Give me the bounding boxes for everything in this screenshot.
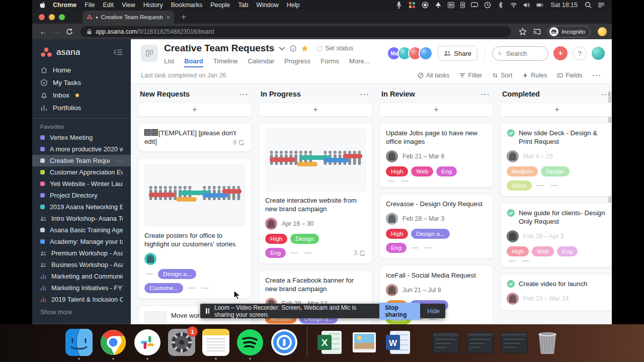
dock-app-window[interactable] xyxy=(466,332,494,353)
add-task-button[interactable]: + xyxy=(138,103,252,117)
completed-check-icon[interactable] xyxy=(507,209,515,217)
menu-help[interactable]: Help xyxy=(287,2,300,9)
forward-button[interactable]: → xyxy=(50,26,62,38)
menu-history[interactable]: History xyxy=(143,2,163,9)
add-task-button[interactable]: + xyxy=(259,103,372,117)
chevron-down-icon[interactable] xyxy=(279,45,285,52)
assignee-avatar[interactable] xyxy=(265,218,277,230)
extension-avatar[interactable] xyxy=(598,27,607,36)
share-button[interactable]: Share xyxy=(438,46,477,61)
tag-web[interactable]: Web xyxy=(532,246,554,256)
notification-center-icon[interactable] xyxy=(598,2,605,9)
task-card[interactable]: New guide for clients- Design Only Reque… xyxy=(500,203,612,267)
fav-more-icon[interactable]: ··· xyxy=(115,157,123,164)
favorite-star-icon[interactable] xyxy=(301,45,308,52)
dock-word[interactable]: W xyxy=(385,329,412,356)
tag-web[interactable]: Web xyxy=(411,166,433,176)
column-more-icon[interactable]: ··· xyxy=(481,90,491,98)
assignee-avatar[interactable] xyxy=(386,284,398,296)
menu-clock[interactable]: Sat 18:15 xyxy=(550,2,578,9)
task-card[interactable]: Crevasse - Design Only RequestFeb 28 – M… xyxy=(379,194,493,259)
sidebar-item-portfolios[interactable]: Portfolios xyxy=(32,102,131,114)
spotlight-search-icon[interactable] xyxy=(585,2,592,9)
back-button[interactable]: ← xyxy=(37,26,49,38)
tag-sales[interactable]: Sales xyxy=(507,180,532,191)
reload-button[interactable] xyxy=(63,26,75,38)
dock-1password[interactable] xyxy=(271,329,298,356)
sidebar-fav-asana-basic-training-agenda[interactable]: Asana Basic Training Agenda xyxy=(32,224,131,236)
menu-file[interactable]: File xyxy=(85,2,95,9)
task-card[interactable]: New slide Deck - Design & Print RequestM… xyxy=(500,123,612,197)
dock-system-preferences[interactable]: 1 xyxy=(168,329,195,356)
cast-icon[interactable] xyxy=(533,28,541,36)
tab-timeline[interactable]: Timeline xyxy=(213,57,238,67)
toolbar-fields[interactable]: Fields xyxy=(557,72,582,79)
menu-app-name[interactable]: Chrome xyxy=(53,2,76,9)
shield-s-menu-icon[interactable]: S xyxy=(460,2,465,8)
sidebar-fav-yeti-website-winter-laun[interactable]: Yeti Website - Winter Laun... xyxy=(32,178,131,190)
dock-photos[interactable] xyxy=(351,329,378,356)
bluetooth-icon[interactable] xyxy=(497,2,504,9)
stop-sharing-button[interactable]: Stop sharing xyxy=(379,303,420,320)
sidebar-fav-project-directory[interactable]: Project Directory xyxy=(32,190,131,201)
dock-app-window[interactable] xyxy=(432,332,459,353)
tab-close-icon[interactable]: × xyxy=(166,14,170,21)
sidebar-collapse-icon[interactable] xyxy=(114,49,123,56)
completed-check-icon[interactable] xyxy=(507,280,515,288)
minimize-window-button[interactable] xyxy=(49,14,55,20)
tag-medium[interactable]: Medium xyxy=(507,166,538,176)
sidebar-fav-marketing-initiatives-fy20[interactable]: Marketing Initiatives - FY20 xyxy=(32,282,131,294)
tab-progress[interactable]: Progress xyxy=(284,57,310,67)
sidebar-fav-2019-talent-inclusion-ok[interactable]: 2019 Talent & Inclusion OK... xyxy=(32,294,131,305)
address-bar[interactable]: app.asana.com/0/1163182548823016/board xyxy=(80,26,511,37)
new-tab-button[interactable]: + xyxy=(181,12,186,22)
task-card[interactable]: [TEMPLATE] [please don't edit]8 xyxy=(138,123,252,152)
create-button[interactable]: + xyxy=(553,46,568,60)
menu-edit[interactable]: Edit xyxy=(103,2,114,9)
task-card[interactable]: Create interactive website from new bran… xyxy=(259,123,372,264)
dock-spotify[interactable] xyxy=(236,329,264,356)
column-more-icon[interactable]: ··· xyxy=(602,90,611,98)
sidebar-fav-business-workshop-asan[interactable]: Business Workshop - Asan... xyxy=(32,259,131,270)
tag-high[interactable]: High xyxy=(265,234,287,244)
wifi-icon[interactable] xyxy=(510,2,517,9)
asana-logo[interactable]: asana xyxy=(32,39,131,64)
sidebar-item-home[interactable]: Home xyxy=(32,64,131,76)
tool-icon[interactable] xyxy=(435,2,442,9)
bookmark-star-icon[interactable] xyxy=(519,28,527,36)
tag-eng[interactable]: Eng xyxy=(436,166,457,176)
tab-list[interactable]: List xyxy=(164,57,174,67)
tag-design-a[interactable]: Design a... xyxy=(158,269,196,279)
menu-tab[interactable]: Tab xyxy=(238,2,248,9)
tab-forms[interactable]: Forms xyxy=(320,57,339,67)
assignee-avatar[interactable] xyxy=(507,293,519,305)
dock-notes[interactable] xyxy=(202,329,229,356)
assignee-avatar[interactable] xyxy=(386,150,398,162)
task-card[interactable]: Create video for launchFeb 23 – Mar 24 xyxy=(500,274,612,311)
dock-app-window[interactable] xyxy=(501,332,528,353)
zoom-window-button[interactable] xyxy=(59,14,65,20)
assignee-avatar[interactable] xyxy=(507,230,519,242)
help-button[interactable]: ? xyxy=(573,46,587,60)
toolbar-rules[interactable]: Rules xyxy=(522,72,547,79)
project-icon[interactable] xyxy=(141,45,158,62)
sidebar-fav-academy-manage-your-tas[interactable]: Academy: Manage your tas... xyxy=(32,236,131,247)
volume-icon[interactable] xyxy=(523,2,530,9)
search-box[interactable] xyxy=(492,46,548,61)
display-icon[interactable] xyxy=(471,2,478,9)
record-icon[interactable] xyxy=(422,2,429,9)
dock-chrome[interactable] xyxy=(100,329,127,356)
toolbar-all-tasks[interactable]: All tasks xyxy=(418,72,450,79)
task-card[interactable]: Create posters for office to highlight o… xyxy=(138,158,252,299)
browser-tab[interactable]: ● Creative Team Requests - As × xyxy=(83,11,174,24)
dock-trash[interactable] xyxy=(535,329,560,356)
dock-finder[interactable] xyxy=(65,329,93,356)
tag-design-a[interactable]: Design a... xyxy=(411,229,449,239)
sidebar-fav-creative-team-requests[interactable]: Creative Team Requests··· xyxy=(32,155,131,166)
toolbar-filter[interactable]: Filter xyxy=(459,72,482,79)
microphone-icon[interactable] xyxy=(395,2,403,9)
sidebar-fav-premium-workshop-asan[interactable]: Premium Workshop - Asan... xyxy=(32,247,131,259)
sidebar-fav-intro-workshop-asana-to[interactable]: Intro Workshop- Asana To... xyxy=(32,213,131,224)
tag-eng[interactable]: Eng xyxy=(386,243,407,253)
tab-board[interactable]: Board xyxy=(184,57,203,67)
